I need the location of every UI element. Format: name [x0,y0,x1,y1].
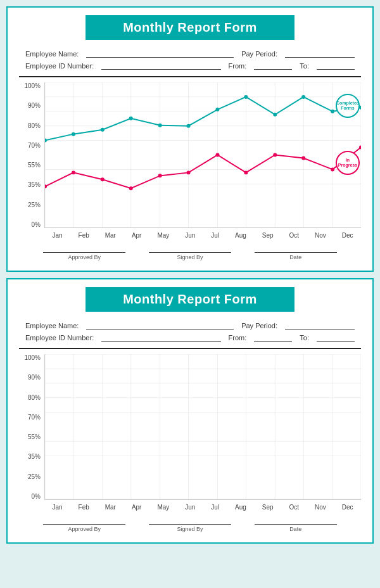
svg-point-39 [244,170,248,174]
svg-point-23 [129,117,133,120]
legend-completed-1: Completed Forms [336,94,360,118]
svg-point-26 [215,108,219,112]
signature-section-1: Approved By Signed By Date [19,252,361,260]
from-label-1: From: [229,62,247,70]
svg-point-25 [187,124,191,128]
svg-point-35 [129,186,133,190]
title-bar-1: Monthly Report Form [86,15,294,40]
svg-point-28 [273,113,277,117]
employee-name-label-1: Employee Name: [25,50,79,58]
report-card-1: Monthly Report Form Employee Name: Pay P… [6,6,374,272]
svg-point-33 [72,170,75,174]
from-label-2: From: [229,334,247,342]
title-bar-2: Monthly Report Form [86,287,294,312]
x-labels-1: Jan Feb Mar Apr May Jun Jul Aug Sep Oct … [44,229,361,247]
field-row-name-1: Employee Name: Pay Period: [25,49,355,58]
pay-period-line-1[interactable] [285,49,355,58]
from-line-2[interactable] [254,333,292,342]
approved-by-field-2: Approved By [43,524,125,532]
to-label-1: To: [300,62,309,70]
date-label-2: Date [289,526,301,532]
signed-by-field-2: Signed By [149,524,231,532]
chart-1: 0% 25% 35% 55% 70% 80% 90% 100% [19,82,361,247]
svg-point-24 [158,124,162,127]
y-labels-1: 0% 25% 35% 55% 70% 80% 90% 100% [19,82,43,228]
employee-id-line-2[interactable] [101,333,220,342]
date-field-1: Date [255,252,337,260]
svg-point-27 [244,95,248,99]
signed-by-line-1 [149,252,231,253]
field-row-id-2: Employee ID Number: From: To: [25,333,355,342]
svg-point-34 [101,177,104,181]
employee-name-label-2: Employee Name: [25,322,79,329]
svg-point-36 [158,174,162,177]
to-line-2[interactable] [317,333,355,342]
fields-section-1: Employee Name: Pay Period: Employee ID N… [19,49,361,70]
signature-section-2: Approved By Signed By Date [19,524,361,532]
to-line-1[interactable] [317,61,355,70]
field-row-name-2: Employee Name: Pay Period: [25,321,355,329]
svg-point-42 [331,167,334,171]
chart-2: 0% 25% 35% 55% 70% 80% 90% 100% [19,354,361,519]
date-line-2 [255,524,337,525]
svg-point-20 [45,139,47,143]
approved-by-label-2: Approved By [68,526,101,532]
divider-1 [19,76,361,77]
svg-point-29 [301,95,305,99]
report-card-2: Monthly Report Form Employee Name: Pay P… [6,278,374,544]
approved-by-line-2 [43,524,125,525]
y-labels-2: 0% 25% 35% 55% 70% 80% 90% 100% [19,354,43,500]
chart-svg-2 [45,354,361,499]
legend-inprogress-1: In Progress [336,151,360,175]
approved-by-field-1: Approved By [43,252,125,260]
date-label-1: Date [289,254,301,260]
signed-by-label-2: Signed By [177,526,203,532]
svg-point-40 [273,153,277,157]
field-row-id-1: Employee ID Number: From: To: [25,61,355,70]
divider-2 [19,348,361,349]
signed-by-field-1: Signed By [149,252,231,260]
from-line-1[interactable] [254,61,292,70]
pay-period-label-1: Pay Period: [241,50,277,58]
employee-id-label-2: Employee ID Number: [25,334,94,342]
pay-period-label-2: Pay Period: [241,322,277,329]
svg-point-22 [101,128,104,132]
employee-id-label-1: Employee ID Number: [25,62,94,70]
pay-period-line-2[interactable] [285,321,355,329]
x-labels-2: Jan Feb Mar Apr May Jun Jul Aug Sep Oct … [44,501,361,519]
svg-point-41 [301,156,305,160]
title-1: Monthly Report Form [123,20,257,34]
employee-id-line-1[interactable] [101,61,220,70]
title-2: Monthly Report Form [123,292,257,306]
chart-svg-1 [45,82,361,227]
date-line-1 [255,252,337,253]
svg-point-30 [331,110,334,113]
svg-point-21 [72,132,75,136]
date-field-2: Date [255,524,337,532]
fields-section-2: Employee Name: Pay Period: Employee ID N… [19,321,361,342]
svg-point-38 [215,153,219,157]
approved-by-line-1 [43,252,125,253]
employee-name-line-2[interactable] [86,321,234,329]
approved-by-label-1: Approved By [68,254,101,260]
to-label-2: To: [300,334,309,342]
employee-name-line-1[interactable] [86,49,234,58]
chart-area-2 [44,354,361,500]
svg-point-37 [187,170,191,174]
chart-area-1: Completed Forms In Progress [44,82,361,228]
signed-by-line-2 [149,524,231,525]
signed-by-label-1: Signed By [177,254,203,260]
